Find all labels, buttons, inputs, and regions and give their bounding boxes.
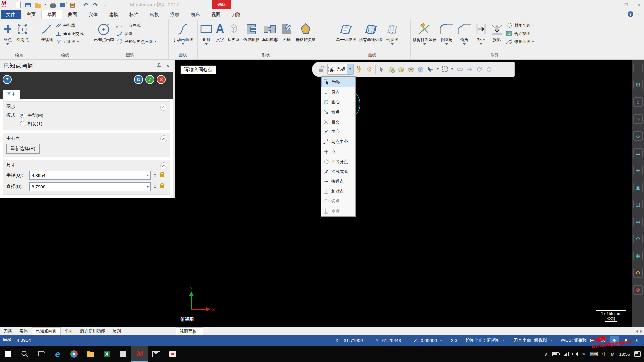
tab-file[interactable]: 文件 [1, 10, 21, 19]
open-file-button[interactable] [34, 2, 41, 8]
menu-item-intersection[interactable]: 相交 [321, 117, 355, 127]
fix-curve-button[interactable]: 修复曲线 [506, 39, 534, 45]
lock-icon[interactable] [318, 65, 325, 73]
close-arc-button[interactable]: 封闭全圆 [506, 22, 534, 28]
cplane-dropdown-icon[interactable] [502, 340, 505, 343]
radius-stepper[interactable] [153, 171, 157, 179]
select-solid-body-icon[interactable] [388, 65, 395, 73]
shaded-edges-sphere-icon[interactable]: ● [621, 336, 631, 345]
network-icon[interactable] [564, 352, 569, 356]
qat-customize-button[interactable]: ⌄ [102, 2, 108, 8]
quick-select-icon-6[interactable]: ▭ [633, 148, 643, 158]
select-undo-icon[interactable] [485, 65, 493, 73]
pen-input-icon[interactable]: ✎ [582, 352, 586, 357]
radius-lock-icon[interactable] [160, 174, 164, 177]
context-tab-mill[interactable]: 铣床 [212, 0, 231, 9]
tab-view[interactable]: 视图 [206, 10, 226, 19]
translucent-sphere-icon[interactable]: ◐ [633, 336, 642, 345]
tabs-scroll-left-icon[interactable]: ◀ [635, 329, 638, 333]
perpendicular-line-button[interactable]: 垂直正交线 [55, 31, 84, 37]
touch-keyboard-icon[interactable]: ⌨ [590, 351, 598, 357]
tabs-scroll-right-icon[interactable]: ▶ [640, 329, 643, 333]
convert-button[interactable] [69, 2, 76, 8]
chamfer-button[interactable]: 倒角 [455, 20, 473, 47]
tab-home[interactable]: 主页 [21, 10, 41, 19]
tab-levels-manager[interactable]: 层别 [109, 327, 125, 335]
collapse-chevron-icon[interactable] [160, 162, 167, 169]
tab-drafting[interactable]: 标注 [124, 10, 144, 19]
print-button[interactable] [50, 2, 56, 8]
help-icon[interactable]: ? [628, 11, 633, 17]
tab-surfaces[interactable]: 曲面 [62, 10, 83, 19]
menu-item-endpoint[interactable]: 端点 [321, 107, 355, 117]
radius-input[interactable] [30, 173, 145, 178]
quick-select-icon-7[interactable]: ⊕ [633, 166, 643, 175]
menu-item-origin[interactable]: 原点 [321, 87, 355, 98]
quick-select-icon-8[interactable]: ▣ [633, 183, 643, 192]
parallel-line-button[interactable]: 平行线 [55, 22, 84, 28]
tray-expand-icon[interactable]: ∧ [545, 352, 548, 357]
menu-item-nearest[interactable]: 接近点 [321, 177, 355, 187]
line-endpoints-button[interactable]: 连续线 [40, 20, 54, 43]
tab-machine[interactable]: 机床 [185, 10, 206, 19]
select-last-icon[interactable] [456, 65, 464, 73]
menu-item-mid-2-points[interactable]: 两点中心 [321, 137, 355, 147]
quick-select-clear-icon[interactable]: ⊘ [633, 285, 643, 295]
new-file-button[interactable] [15, 2, 21, 8]
arc-tangent-button[interactable]: 切弧 [116, 31, 156, 37]
close-button[interactable]: ✕ [637, 3, 641, 7]
reselect-button[interactable]: 重新选择(R) [6, 144, 40, 154]
tab-model-prep[interactable]: 建模 [103, 10, 124, 19]
tab-toolpaths[interactable]: 刀路 [226, 10, 247, 19]
panel-close-icon[interactable]: ✕ [166, 63, 170, 68]
select-rotate-icon[interactable] [476, 65, 483, 73]
dimension-mode[interactable]: 2D [451, 338, 457, 343]
mail-app-button[interactable] [148, 346, 164, 362]
near-line-button[interactable]: 近距线 [55, 39, 84, 45]
letters-button[interactable]: A 文字 [214, 20, 226, 43]
tab-wireframe[interactable]: 草图 [41, 10, 62, 19]
app-button-9[interactable] [164, 346, 181, 362]
select-arrow-icon[interactable] [378, 65, 385, 73]
excel-app-button[interactable]: X [99, 346, 115, 362]
tab-planes-manager[interactable]: 平面 [61, 327, 76, 335]
curve-one-edge-button[interactable]: 单一边界线 [335, 20, 358, 43]
redo-button[interactable]: ↷ [92, 2, 99, 8]
mastercam-app-button[interactable]: M [131, 346, 148, 362]
circle-edge-points-button[interactable]: 已知边界点画圆 [116, 39, 156, 45]
save-as-button[interactable] [59, 2, 66, 8]
menu-item-midpoint[interactable]: 中心 [321, 127, 355, 137]
menu-item-point[interactable]: 点 [321, 147, 355, 157]
select-solid-edge-icon[interactable] [407, 65, 415, 73]
menu-item-arc-center[interactable]: 圆心 [321, 97, 355, 107]
panel-tab-basic[interactable]: 基本 [3, 90, 20, 99]
action-center-icon[interactable] [634, 351, 641, 357]
volume-icon[interactable] [573, 352, 578, 356]
select-box-dropdown-icon[interactable] [436, 68, 439, 71]
quick-select-icon-12[interactable]: ▦ [633, 251, 643, 260]
menu-item-perpendicular[interactable]: 垂直 [321, 206, 355, 217]
silhouette-boundary-button[interactable]: 边界轮廓 [242, 20, 261, 43]
menu-item-cursor[interactable]: 光标 [321, 77, 355, 87]
circle-points-button[interactable]: 圆周点 [15, 20, 30, 43]
autocursor-settings-gear-icon[interactable]: ⚙ [366, 65, 373, 73]
diameter-lock-icon[interactable] [160, 185, 164, 188]
autocursor-dropdown-button[interactable] [347, 64, 353, 74]
offset-button[interactable]: 补正 [473, 20, 489, 47]
chrome-app-button[interactable] [66, 346, 82, 362]
pin-icon[interactable] [157, 63, 161, 68]
raster-to-vector-button[interactable]: 栅格转矢量 [294, 20, 317, 43]
open-dropdown-arrow[interactable] [44, 4, 47, 7]
quick-select-icon-11[interactable]: ⊙ [633, 234, 643, 243]
shaded-sphere-icon[interactable]: ● [610, 336, 619, 345]
calculator-app-button[interactable] [115, 346, 131, 362]
start-button[interactable] [0, 346, 16, 362]
select-validate-icon[interactable] [466, 65, 473, 73]
tab-viewsheet-1[interactable]: 视图面板1 [176, 327, 203, 335]
tab-transform[interactable]: 转换 [144, 10, 165, 19]
trim-break-extend-button[interactable]: 修剪打断延伸 [411, 20, 438, 47]
arc-3-points-button[interactable]: 三点画弧 [116, 22, 156, 28]
select-solid-back-icon[interactable] [417, 65, 424, 73]
panel-help-button[interactable]: ? [3, 75, 12, 84]
relief-button[interactable]: 凹槽 [279, 20, 294, 43]
